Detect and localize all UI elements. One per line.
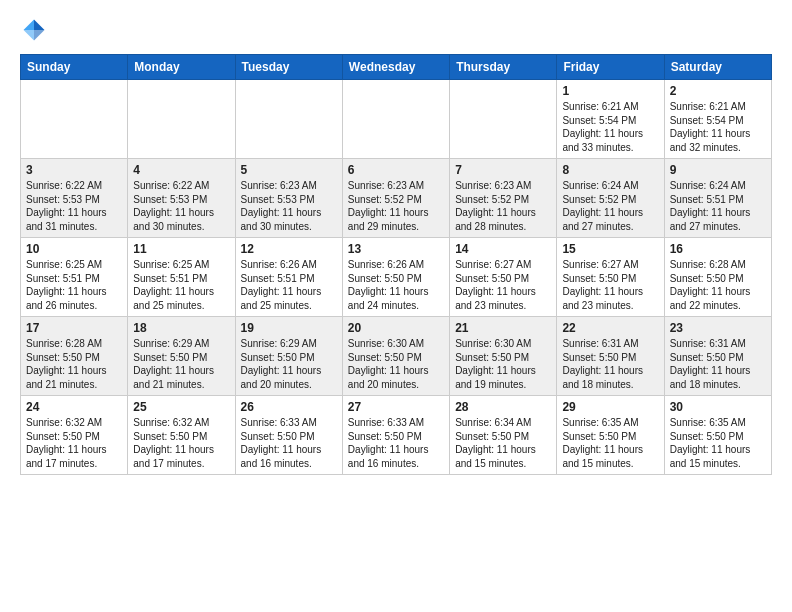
day-number: 23 — [670, 321, 766, 335]
weekday-header-saturday: Saturday — [664, 55, 771, 80]
calendar-cell: 30Sunrise: 6:35 AM Sunset: 5:50 PM Dayli… — [664, 396, 771, 475]
day-info: Sunrise: 6:21 AM Sunset: 5:54 PM Dayligh… — [670, 100, 766, 154]
header — [20, 16, 772, 44]
calendar-cell: 22Sunrise: 6:31 AM Sunset: 5:50 PM Dayli… — [557, 317, 664, 396]
weekday-header-tuesday: Tuesday — [235, 55, 342, 80]
calendar-cell: 19Sunrise: 6:29 AM Sunset: 5:50 PM Dayli… — [235, 317, 342, 396]
svg-marker-3 — [34, 30, 45, 41]
calendar-week-row: 17Sunrise: 6:28 AM Sunset: 5:50 PM Dayli… — [21, 317, 772, 396]
calendar-cell: 18Sunrise: 6:29 AM Sunset: 5:50 PM Dayli… — [128, 317, 235, 396]
day-number: 13 — [348, 242, 444, 256]
day-info: Sunrise: 6:23 AM Sunset: 5:52 PM Dayligh… — [348, 179, 444, 233]
day-number: 16 — [670, 242, 766, 256]
day-info: Sunrise: 6:32 AM Sunset: 5:50 PM Dayligh… — [26, 416, 122, 470]
svg-marker-1 — [24, 20, 35, 31]
calendar-cell: 9Sunrise: 6:24 AM Sunset: 5:51 PM Daylig… — [664, 159, 771, 238]
day-number: 10 — [26, 242, 122, 256]
calendar-week-row: 10Sunrise: 6:25 AM Sunset: 5:51 PM Dayli… — [21, 238, 772, 317]
calendar-table: SundayMondayTuesdayWednesdayThursdayFrid… — [20, 54, 772, 475]
calendar-cell: 27Sunrise: 6:33 AM Sunset: 5:50 PM Dayli… — [342, 396, 449, 475]
day-number: 8 — [562, 163, 658, 177]
day-number: 5 — [241, 163, 337, 177]
calendar-cell: 6Sunrise: 6:23 AM Sunset: 5:52 PM Daylig… — [342, 159, 449, 238]
day-number: 17 — [26, 321, 122, 335]
weekday-header-row: SundayMondayTuesdayWednesdayThursdayFrid… — [21, 55, 772, 80]
day-number: 11 — [133, 242, 229, 256]
calendar-cell: 28Sunrise: 6:34 AM Sunset: 5:50 PM Dayli… — [450, 396, 557, 475]
day-number: 28 — [455, 400, 551, 414]
logo — [20, 16, 52, 44]
calendar-cell: 5Sunrise: 6:23 AM Sunset: 5:53 PM Daylig… — [235, 159, 342, 238]
day-number: 19 — [241, 321, 337, 335]
calendar-cell: 4Sunrise: 6:22 AM Sunset: 5:53 PM Daylig… — [128, 159, 235, 238]
day-number: 25 — [133, 400, 229, 414]
day-info: Sunrise: 6:23 AM Sunset: 5:52 PM Dayligh… — [455, 179, 551, 233]
day-info: Sunrise: 6:34 AM Sunset: 5:50 PM Dayligh… — [455, 416, 551, 470]
day-number: 27 — [348, 400, 444, 414]
calendar-cell: 7Sunrise: 6:23 AM Sunset: 5:52 PM Daylig… — [450, 159, 557, 238]
day-info: Sunrise: 6:33 AM Sunset: 5:50 PM Dayligh… — [348, 416, 444, 470]
calendar-cell — [342, 80, 449, 159]
calendar-cell: 20Sunrise: 6:30 AM Sunset: 5:50 PM Dayli… — [342, 317, 449, 396]
day-info: Sunrise: 6:29 AM Sunset: 5:50 PM Dayligh… — [133, 337, 229, 391]
calendar-cell: 10Sunrise: 6:25 AM Sunset: 5:51 PM Dayli… — [21, 238, 128, 317]
day-number: 3 — [26, 163, 122, 177]
day-info: Sunrise: 6:26 AM Sunset: 5:51 PM Dayligh… — [241, 258, 337, 312]
day-info: Sunrise: 6:28 AM Sunset: 5:50 PM Dayligh… — [26, 337, 122, 391]
calendar-cell: 1Sunrise: 6:21 AM Sunset: 5:54 PM Daylig… — [557, 80, 664, 159]
weekday-header-thursday: Thursday — [450, 55, 557, 80]
calendar-cell — [450, 80, 557, 159]
page: SundayMondayTuesdayWednesdayThursdayFrid… — [0, 0, 792, 491]
day-info: Sunrise: 6:32 AM Sunset: 5:50 PM Dayligh… — [133, 416, 229, 470]
calendar-cell: 8Sunrise: 6:24 AM Sunset: 5:52 PM Daylig… — [557, 159, 664, 238]
day-number: 12 — [241, 242, 337, 256]
calendar-cell: 2Sunrise: 6:21 AM Sunset: 5:54 PM Daylig… — [664, 80, 771, 159]
calendar-cell — [21, 80, 128, 159]
day-info: Sunrise: 6:30 AM Sunset: 5:50 PM Dayligh… — [455, 337, 551, 391]
day-number: 14 — [455, 242, 551, 256]
calendar-cell: 15Sunrise: 6:27 AM Sunset: 5:50 PM Dayli… — [557, 238, 664, 317]
day-info: Sunrise: 6:28 AM Sunset: 5:50 PM Dayligh… — [670, 258, 766, 312]
day-number: 30 — [670, 400, 766, 414]
day-number: 4 — [133, 163, 229, 177]
calendar-cell: 29Sunrise: 6:35 AM Sunset: 5:50 PM Dayli… — [557, 396, 664, 475]
weekday-header-monday: Monday — [128, 55, 235, 80]
day-info: Sunrise: 6:21 AM Sunset: 5:54 PM Dayligh… — [562, 100, 658, 154]
calendar-cell: 24Sunrise: 6:32 AM Sunset: 5:50 PM Dayli… — [21, 396, 128, 475]
day-number: 2 — [670, 84, 766, 98]
day-info: Sunrise: 6:31 AM Sunset: 5:50 PM Dayligh… — [670, 337, 766, 391]
calendar-cell: 23Sunrise: 6:31 AM Sunset: 5:50 PM Dayli… — [664, 317, 771, 396]
calendar-week-row: 1Sunrise: 6:21 AM Sunset: 5:54 PM Daylig… — [21, 80, 772, 159]
svg-marker-2 — [24, 30, 35, 41]
day-info: Sunrise: 6:22 AM Sunset: 5:53 PM Dayligh… — [133, 179, 229, 233]
calendar-cell: 25Sunrise: 6:32 AM Sunset: 5:50 PM Dayli… — [128, 396, 235, 475]
day-info: Sunrise: 6:22 AM Sunset: 5:53 PM Dayligh… — [26, 179, 122, 233]
day-number: 18 — [133, 321, 229, 335]
calendar-cell: 13Sunrise: 6:26 AM Sunset: 5:50 PM Dayli… — [342, 238, 449, 317]
calendar-cell: 16Sunrise: 6:28 AM Sunset: 5:50 PM Dayli… — [664, 238, 771, 317]
weekday-header-sunday: Sunday — [21, 55, 128, 80]
logo-icon — [20, 16, 48, 44]
calendar-week-row: 3Sunrise: 6:22 AM Sunset: 5:53 PM Daylig… — [21, 159, 772, 238]
day-info: Sunrise: 6:31 AM Sunset: 5:50 PM Dayligh… — [562, 337, 658, 391]
day-info: Sunrise: 6:24 AM Sunset: 5:52 PM Dayligh… — [562, 179, 658, 233]
day-info: Sunrise: 6:23 AM Sunset: 5:53 PM Dayligh… — [241, 179, 337, 233]
calendar-cell: 17Sunrise: 6:28 AM Sunset: 5:50 PM Dayli… — [21, 317, 128, 396]
day-number: 21 — [455, 321, 551, 335]
weekday-header-friday: Friday — [557, 55, 664, 80]
calendar-cell: 21Sunrise: 6:30 AM Sunset: 5:50 PM Dayli… — [450, 317, 557, 396]
calendar-week-row: 24Sunrise: 6:32 AM Sunset: 5:50 PM Dayli… — [21, 396, 772, 475]
calendar-cell: 11Sunrise: 6:25 AM Sunset: 5:51 PM Dayli… — [128, 238, 235, 317]
day-info: Sunrise: 6:26 AM Sunset: 5:50 PM Dayligh… — [348, 258, 444, 312]
day-info: Sunrise: 6:25 AM Sunset: 5:51 PM Dayligh… — [26, 258, 122, 312]
calendar-cell — [235, 80, 342, 159]
calendar-cell: 14Sunrise: 6:27 AM Sunset: 5:50 PM Dayli… — [450, 238, 557, 317]
svg-marker-0 — [34, 20, 45, 31]
day-info: Sunrise: 6:27 AM Sunset: 5:50 PM Dayligh… — [455, 258, 551, 312]
calendar-cell: 12Sunrise: 6:26 AM Sunset: 5:51 PM Dayli… — [235, 238, 342, 317]
day-info: Sunrise: 6:35 AM Sunset: 5:50 PM Dayligh… — [670, 416, 766, 470]
calendar-cell: 3Sunrise: 6:22 AM Sunset: 5:53 PM Daylig… — [21, 159, 128, 238]
day-number: 22 — [562, 321, 658, 335]
day-info: Sunrise: 6:24 AM Sunset: 5:51 PM Dayligh… — [670, 179, 766, 233]
day-info: Sunrise: 6:35 AM Sunset: 5:50 PM Dayligh… — [562, 416, 658, 470]
